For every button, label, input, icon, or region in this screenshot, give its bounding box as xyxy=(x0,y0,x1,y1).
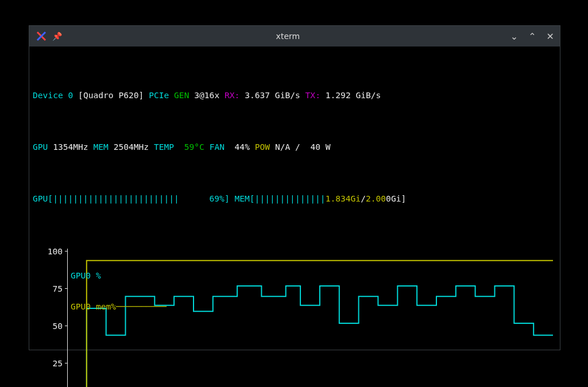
y-tick-25: 25 xyxy=(33,358,63,369)
stat-line: GPU 1354MHz MEM 2504MHz TEMP 59°C FAN 44… xyxy=(33,142,556,152)
close-icon[interactable]: ✕ xyxy=(547,31,554,42)
y-tick-100: 100 xyxy=(33,246,63,257)
gpu-usage-chart: 100 75 50 25 GPU0 % GPU0 mem%────────── … xyxy=(33,249,554,387)
chart-legend: GPU0 % GPU0 mem%────────── xyxy=(71,250,167,332)
legend-gpu-pct: GPU0 % xyxy=(71,270,101,280)
terminal-window: 📌 xterm ⌄ ⌃ ✕ Device 0 [Quadro P620] PCI… xyxy=(29,25,560,350)
usage-bars: GPU[||||||||||||||||||||||||| 69%] MEM[|… xyxy=(33,194,556,204)
maximize-icon[interactable]: ⌃ xyxy=(528,31,536,42)
device-line: Device 0 [Quadro P620] PCIe GEN 3@16x RX… xyxy=(33,90,556,100)
minimize-icon[interactable]: ⌄ xyxy=(510,31,518,42)
window-title: xterm xyxy=(65,32,510,41)
legend-gpu-mem: GPU0 mem% xyxy=(71,301,116,311)
y-tick-75: 75 xyxy=(33,284,63,294)
xterm-icon xyxy=(35,30,48,42)
terminal-content[interactable]: Device 0 [Quadro P620] PCIe GEN 3@16x RX… xyxy=(29,47,560,387)
pin-icon[interactable]: 📌 xyxy=(52,32,62,41)
y-tick-50: 50 xyxy=(33,321,63,331)
titlebar[interactable]: 📌 xterm ⌄ ⌃ ✕ xyxy=(29,26,560,47)
